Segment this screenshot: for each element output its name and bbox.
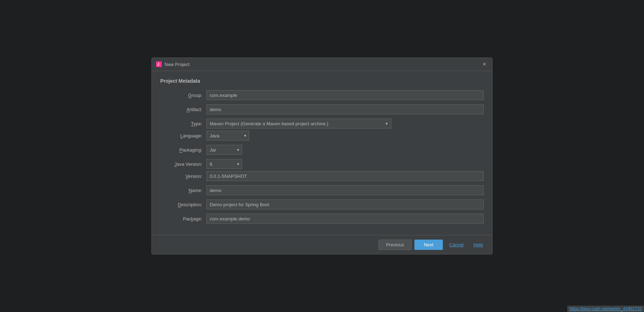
name-label: Name: (160, 188, 206, 193)
language-select[interactable]: Java Kotlin Groovy (206, 131, 249, 141)
next-button[interactable]: Next (414, 240, 443, 250)
section-title: Project Metadata (160, 78, 484, 84)
dialog-overlay: J New Project × Project Metadata Group: … (0, 0, 644, 312)
cancel-button[interactable]: Cancel (446, 240, 467, 250)
group-input[interactable] (206, 90, 484, 100)
packaging-select-wrapper: Jar War ▼ (206, 145, 242, 155)
language-label: Language: (160, 133, 206, 138)
type-row: Type: Maven Project (Generate a Maven ba… (160, 119, 484, 128)
dialog-footer: Previous Next Cancel Help (152, 235, 492, 254)
help-button[interactable]: Help (470, 240, 487, 250)
artifact-input[interactable] (206, 104, 484, 114)
artifact-row: Artifact: (160, 104, 484, 114)
package-row: Package: (160, 214, 484, 224)
package-input[interactable] (206, 214, 484, 224)
dialog-content: Project Metadata Group: Artifact: Type: (152, 71, 492, 235)
type-select-wrapper: Maven Project (Generate a Maven based pr… (206, 119, 391, 128)
group-row: Group: (160, 90, 484, 100)
packaging-row: Packaging: Jar War ▼ (160, 145, 484, 155)
type-select[interactable]: Maven Project (Generate a Maven based pr… (206, 119, 391, 128)
version-label: Version: (160, 174, 206, 179)
status-bar-url[interactable]: https://blog.csdn.net/weixin_43462732 (567, 306, 644, 312)
packaging-select[interactable]: Jar War (206, 145, 242, 155)
java-version-row: Java Version: 8 11 17 21 ▼ (160, 159, 484, 169)
version-input[interactable] (206, 171, 484, 181)
previous-button[interactable]: Previous (379, 240, 412, 250)
language-row: Language: Java Kotlin Groovy ▼ (160, 131, 484, 141)
description-row: Description: (160, 199, 484, 209)
language-select-wrapper: Java Kotlin Groovy ▼ (206, 131, 249, 141)
name-row: Name: (160, 185, 484, 195)
java-version-select[interactable]: 8 11 17 21 (206, 159, 242, 169)
app-icon: J (156, 61, 162, 67)
description-input[interactable] (206, 199, 484, 209)
artifact-label: Artifact: (160, 107, 206, 112)
group-label: Group: (160, 93, 206, 98)
dialog-title: New Project (165, 62, 481, 67)
svg-text:J: J (157, 62, 159, 66)
close-button[interactable]: × (481, 61, 488, 68)
description-label: Description: (160, 202, 206, 207)
java-version-select-wrapper: 8 11 17 21 ▼ (206, 159, 242, 169)
version-row: Version: (160, 171, 484, 181)
package-label: Package: (160, 216, 206, 221)
dialog-titlebar: J New Project × (152, 58, 492, 71)
type-label: Type: (160, 121, 206, 126)
new-project-dialog: J New Project × Project Metadata Group: … (151, 58, 493, 254)
java-version-label: Java Version: (160, 162, 206, 167)
packaging-label: Packaging: (160, 147, 206, 153)
name-input[interactable] (206, 185, 484, 195)
